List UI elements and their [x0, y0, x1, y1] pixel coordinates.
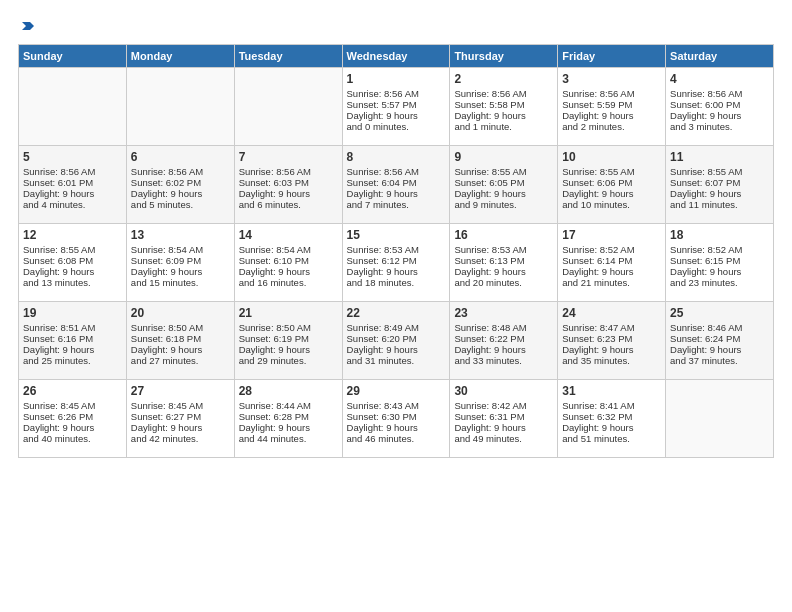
day-number: 5: [23, 150, 122, 164]
cell-info: Daylight: 9 hours: [239, 266, 338, 277]
cell-info: and 6 minutes.: [239, 199, 338, 210]
cell-info: Sunset: 6:15 PM: [670, 255, 769, 266]
cell-info: and 29 minutes.: [239, 355, 338, 366]
day-number: 6: [131, 150, 230, 164]
calendar-cell: 25Sunrise: 8:46 AMSunset: 6:24 PMDayligh…: [666, 302, 774, 380]
cell-info: Daylight: 9 hours: [454, 110, 553, 121]
calendar-week-3: 19Sunrise: 8:51 AMSunset: 6:16 PMDayligh…: [19, 302, 774, 380]
cell-info: Daylight: 9 hours: [670, 110, 769, 121]
cell-info: Daylight: 9 hours: [239, 344, 338, 355]
cell-info: Daylight: 9 hours: [239, 422, 338, 433]
day-number: 30: [454, 384, 553, 398]
calendar-cell: 28Sunrise: 8:44 AMSunset: 6:28 PMDayligh…: [234, 380, 342, 458]
cell-info: Sunset: 6:32 PM: [562, 411, 661, 422]
cell-info: Sunrise: 8:55 AM: [23, 244, 122, 255]
calendar-cell: 31Sunrise: 8:41 AMSunset: 6:32 PMDayligh…: [558, 380, 666, 458]
day-number: 14: [239, 228, 338, 242]
calendar-cell: 6Sunrise: 8:56 AMSunset: 6:02 PMDaylight…: [126, 146, 234, 224]
cell-info: and 25 minutes.: [23, 355, 122, 366]
calendar-cell: 16Sunrise: 8:53 AMSunset: 6:13 PMDayligh…: [450, 224, 558, 302]
cell-info: Daylight: 9 hours: [239, 188, 338, 199]
cell-info: and 40 minutes.: [23, 433, 122, 444]
calendar-header-saturday: Saturday: [666, 45, 774, 68]
cell-info: and 42 minutes.: [131, 433, 230, 444]
cell-info: Sunset: 5:57 PM: [347, 99, 446, 110]
cell-info: Sunset: 5:59 PM: [562, 99, 661, 110]
calendar-cell: 4Sunrise: 8:56 AMSunset: 6:00 PMDaylight…: [666, 68, 774, 146]
cell-info: Sunrise: 8:51 AM: [23, 322, 122, 333]
cell-info: and 46 minutes.: [347, 433, 446, 444]
cell-info: Sunrise: 8:54 AM: [239, 244, 338, 255]
cell-info: Sunset: 6:06 PM: [562, 177, 661, 188]
day-number: 11: [670, 150, 769, 164]
cell-info: Sunset: 6:04 PM: [347, 177, 446, 188]
day-number: 2: [454, 72, 553, 86]
cell-info: Sunset: 6:30 PM: [347, 411, 446, 422]
day-number: 18: [670, 228, 769, 242]
cell-info: Sunset: 6:09 PM: [131, 255, 230, 266]
cell-info: and 0 minutes.: [347, 121, 446, 132]
cell-info: Sunrise: 8:50 AM: [239, 322, 338, 333]
cell-info: Daylight: 9 hours: [562, 422, 661, 433]
calendar-cell: 29Sunrise: 8:43 AMSunset: 6:30 PMDayligh…: [342, 380, 450, 458]
cell-info: and 9 minutes.: [454, 199, 553, 210]
day-number: 7: [239, 150, 338, 164]
calendar-cell: 10Sunrise: 8:55 AMSunset: 6:06 PMDayligh…: [558, 146, 666, 224]
cell-info: and 35 minutes.: [562, 355, 661, 366]
cell-info: Daylight: 9 hours: [131, 266, 230, 277]
cell-info: and 16 minutes.: [239, 277, 338, 288]
cell-info: Daylight: 9 hours: [347, 422, 446, 433]
cell-info: Sunset: 6:08 PM: [23, 255, 122, 266]
cell-info: Sunrise: 8:50 AM: [131, 322, 230, 333]
calendar-header-row: SundayMondayTuesdayWednesdayThursdayFrid…: [19, 45, 774, 68]
cell-info: Sunset: 6:19 PM: [239, 333, 338, 344]
cell-info: Daylight: 9 hours: [454, 344, 553, 355]
calendar-cell: 13Sunrise: 8:54 AMSunset: 6:09 PMDayligh…: [126, 224, 234, 302]
cell-info: Sunset: 6:14 PM: [562, 255, 661, 266]
day-number: 29: [347, 384, 446, 398]
cell-info: Daylight: 9 hours: [562, 266, 661, 277]
calendar-cell: 14Sunrise: 8:54 AMSunset: 6:10 PMDayligh…: [234, 224, 342, 302]
cell-info: Daylight: 9 hours: [670, 188, 769, 199]
calendar-cell: 17Sunrise: 8:52 AMSunset: 6:14 PMDayligh…: [558, 224, 666, 302]
cell-info: Sunset: 5:58 PM: [454, 99, 553, 110]
calendar-cell: 22Sunrise: 8:49 AMSunset: 6:20 PMDayligh…: [342, 302, 450, 380]
cell-info: and 2 minutes.: [562, 121, 661, 132]
cell-info: and 5 minutes.: [131, 199, 230, 210]
cell-info: Sunrise: 8:45 AM: [131, 400, 230, 411]
cell-info: Daylight: 9 hours: [670, 266, 769, 277]
day-number: 9: [454, 150, 553, 164]
cell-info: and 31 minutes.: [347, 355, 446, 366]
calendar-week-2: 12Sunrise: 8:55 AMSunset: 6:08 PMDayligh…: [19, 224, 774, 302]
day-number: 10: [562, 150, 661, 164]
cell-info: Sunset: 6:05 PM: [454, 177, 553, 188]
cell-info: Sunset: 6:07 PM: [670, 177, 769, 188]
cell-info: Daylight: 9 hours: [131, 422, 230, 433]
calendar-cell: [234, 68, 342, 146]
calendar-cell: 15Sunrise: 8:53 AMSunset: 6:12 PMDayligh…: [342, 224, 450, 302]
day-number: 12: [23, 228, 122, 242]
day-number: 31: [562, 384, 661, 398]
day-number: 13: [131, 228, 230, 242]
calendar-header-thursday: Thursday: [450, 45, 558, 68]
day-number: 22: [347, 306, 446, 320]
calendar-week-1: 5Sunrise: 8:56 AMSunset: 6:01 PMDaylight…: [19, 146, 774, 224]
cell-info: Sunrise: 8:48 AM: [454, 322, 553, 333]
cell-info: Daylight: 9 hours: [562, 344, 661, 355]
cell-info: Sunrise: 8:56 AM: [670, 88, 769, 99]
cell-info: and 18 minutes.: [347, 277, 446, 288]
calendar-cell: 26Sunrise: 8:45 AMSunset: 6:26 PMDayligh…: [19, 380, 127, 458]
calendar-header-sunday: Sunday: [19, 45, 127, 68]
day-number: 20: [131, 306, 230, 320]
cell-info: Sunrise: 8:56 AM: [454, 88, 553, 99]
calendar-week-0: 1Sunrise: 8:56 AMSunset: 5:57 PMDaylight…: [19, 68, 774, 146]
day-number: 15: [347, 228, 446, 242]
day-number: 23: [454, 306, 553, 320]
calendar-cell: 20Sunrise: 8:50 AMSunset: 6:18 PMDayligh…: [126, 302, 234, 380]
cell-info: Sunrise: 8:52 AM: [562, 244, 661, 255]
cell-info: Sunset: 6:27 PM: [131, 411, 230, 422]
cell-info: Daylight: 9 hours: [347, 344, 446, 355]
cell-info: Sunset: 6:12 PM: [347, 255, 446, 266]
cell-info: Sunset: 6:01 PM: [23, 177, 122, 188]
calendar-cell: 30Sunrise: 8:42 AMSunset: 6:31 PMDayligh…: [450, 380, 558, 458]
